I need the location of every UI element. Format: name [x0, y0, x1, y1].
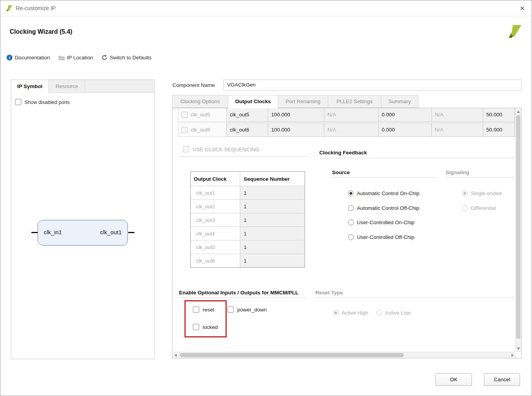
clk-out6-phase-actual: N/A	[431, 123, 483, 137]
sequence-table: Output Clock Sequence Number clk_out1 1 …	[190, 171, 305, 268]
clk-out5-enable-cell: clk_out5	[178, 108, 227, 122]
sequence-number-field: 1	[240, 186, 305, 199]
port-clk-in1: clk_in1	[44, 229, 62, 235]
scroll-down-icon[interactable]	[517, 348, 520, 350]
clk-out6-duty-field: 50.000	[483, 123, 515, 137]
radio-differential: Differential	[462, 205, 496, 211]
radio-label: Active Low	[385, 310, 410, 316]
ip-symbol-panel: IP Symbol Resource Show disabled ports c…	[11, 80, 155, 359]
clock-name: clk_out4	[194, 231, 215, 237]
ok-button[interactable]: OK	[436, 373, 472, 386]
tab-resource[interactable]: Resource	[49, 80, 85, 92]
reset-checkbox[interactable]: reset	[193, 306, 214, 313]
divider	[319, 158, 514, 158]
checkbox-icon[interactable]	[227, 306, 234, 313]
info-icon: i	[7, 55, 12, 61]
toolbar: i Documentation IP Location Switch to De…	[7, 54, 160, 61]
locked-checkbox[interactable]: locked	[193, 324, 218, 330]
xilinx-logo-icon	[5, 4, 13, 12]
radio-user-controlled-on-chip[interactable]: User-Controlled On-Chip	[348, 219, 415, 225]
power-down-label: power_down	[237, 307, 267, 313]
col-output-clock: Output Clock	[191, 172, 240, 186]
clk-out6-port-label: clk_out6	[191, 127, 210, 133]
table-row: clk_out2 1	[191, 199, 305, 213]
clock-name: clk_out5	[194, 244, 215, 250]
radio-label: Active High	[342, 310, 368, 316]
horizontal-scroll-thumb[interactable]	[180, 353, 404, 357]
source-label: Source	[332, 169, 350, 175]
switch-to-defaults-button[interactable]: Switch to Defaults	[102, 55, 152, 61]
radio-label: Automatic Control On-Chip	[357, 190, 419, 196]
radio-icon	[462, 190, 468, 196]
vertical-scroll-thumb[interactable]	[516, 115, 520, 339]
documentation-button[interactable]: i Documentation	[7, 55, 50, 61]
clk-out1-pin	[128, 232, 134, 233]
radio-automatic-control-off-chip[interactable]: Automatic Control Off-Chip	[348, 205, 419, 211]
component-name-input[interactable]: VGAClkGen	[223, 80, 522, 90]
page-title: Clocking Wizard (5.4)	[10, 28, 72, 35]
tab-summary[interactable]: Summary	[381, 95, 418, 108]
clk-out6-freq-field: 100.000	[268, 123, 324, 137]
scroll-left-icon[interactable]	[174, 354, 177, 357]
power-down-checkbox[interactable]: power_down	[227, 306, 267, 313]
close-icon[interactable]: ×	[518, 0, 526, 16]
radio-active-low: Active Low	[376, 310, 410, 316]
radio-icon[interactable]	[348, 234, 354, 240]
divider	[446, 177, 514, 178]
radio-label: Single-ended	[471, 190, 502, 196]
optional-io-title: Enable Optional Inputs / Outputs for MMC…	[179, 290, 298, 296]
clk-out6-freq-actual: N/A	[324, 123, 379, 137]
cancel-button[interactable]: Cancel	[484, 373, 520, 386]
recustomize-ip-dialog: Re-customize IP × Clocking Wizard (5.4) …	[0, 0, 532, 396]
checkbox-icon[interactable]	[193, 306, 199, 313]
clk-out6-checkbox[interactable]	[181, 127, 188, 133]
divider	[315, 297, 514, 298]
radio-icon[interactable]	[348, 205, 354, 211]
ip-location-button[interactable]: IP Location	[59, 55, 93, 61]
clk-out5-freq-field: 100.000	[268, 108, 324, 122]
clk-out5-phase-field: 0.000	[378, 108, 432, 122]
radio-icon[interactable]	[348, 220, 354, 225]
clk-out6-phase-field: 0.000	[378, 123, 432, 137]
clock-name: clk_out3	[194, 217, 215, 223]
show-disabled-ports-checkbox[interactable]: Show disabled ports	[15, 99, 70, 105]
radio-single-ended: Single-ended	[462, 190, 502, 196]
clk-out5-name-field: clk_out5	[226, 108, 268, 122]
tab-ip-symbol[interactable]: IP Symbol	[11, 80, 49, 93]
table-row: clk_out4 1	[191, 227, 305, 240]
clk-out5-phase-actual: N/A	[431, 108, 483, 122]
left-tab-strip: IP Symbol Resource	[11, 80, 154, 93]
clk-out5-checkbox[interactable]	[181, 112, 188, 118]
radio-icon	[376, 310, 382, 316]
sequence-number-field: 1	[240, 227, 305, 240]
horizontal-scrollbar[interactable]	[172, 352, 516, 358]
radio-automatic-control-on-chip[interactable]: Automatic Control On-Chip	[348, 190, 419, 196]
checkbox-icon[interactable]	[193, 324, 199, 330]
radio-icon	[462, 205, 468, 211]
scroll-up-icon[interactable]	[517, 111, 520, 113]
radio-user-controlled-off-chip[interactable]: User-Controlled Off-Chip	[348, 234, 414, 240]
clock-name: clk_out6	[194, 258, 215, 264]
vertical-scrollbar[interactable]	[515, 108, 521, 352]
tab-plle2-settings[interactable]: PLLE2 Settings	[328, 95, 381, 108]
clocking-feedback-title: Clocking Feedback	[319, 150, 367, 156]
use-clock-sequencing-checkbox: USE CLOCK SEQUENCING	[183, 146, 260, 152]
output-clocks-content: clk_out5 clk_out5 100.000 N/A 0.000 N/A …	[172, 108, 522, 358]
sequence-number-field: 1	[240, 200, 305, 213]
scroll-right-icon[interactable]	[511, 354, 514, 357]
tab-output-clocks[interactable]: Output Clocks	[228, 95, 278, 108]
ip-symbol-diagram: clk_in1 clk_out1	[38, 220, 128, 246]
settings-tab-strip: Clocking Options Output Clocks Port Rena…	[172, 95, 418, 108]
checkbox-icon[interactable]	[15, 99, 21, 105]
radio-icon[interactable]	[348, 190, 354, 196]
tab-port-renaming[interactable]: Port Renaming	[278, 95, 328, 108]
switch-to-defaults-label: Switch to Defaults	[110, 55, 152, 61]
table-row: clk_out3 1	[191, 213, 305, 227]
clk-out5-duty-field: 50.000	[483, 108, 515, 122]
tab-clocking-options[interactable]: Clocking Options	[172, 95, 228, 108]
reset-type-title: Reset Type	[315, 290, 343, 296]
checkbox-icon	[183, 146, 189, 152]
table-row: clk_out1 1	[191, 186, 305, 199]
table-row: clk_out6 1	[191, 254, 305, 267]
divider	[332, 177, 437, 178]
